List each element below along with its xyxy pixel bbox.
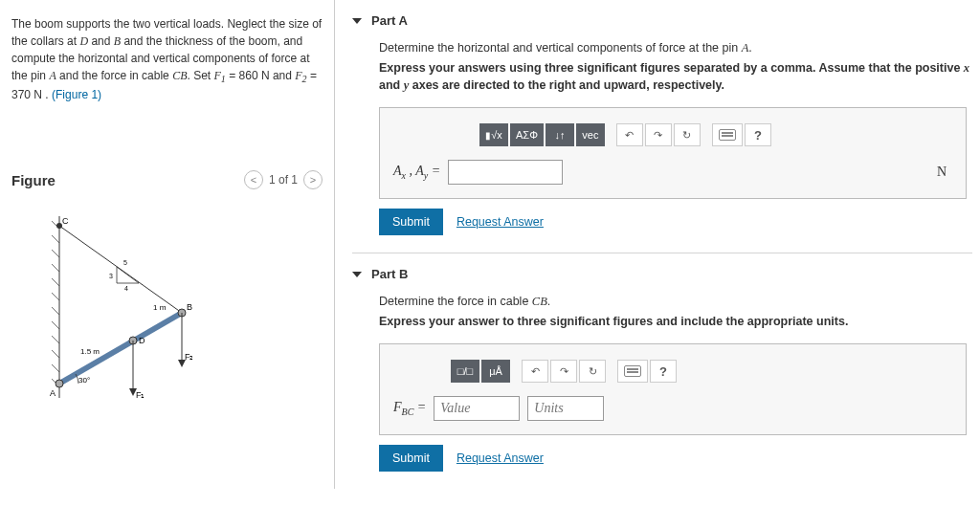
fig-next-button[interactable]: >: [303, 170, 323, 189]
reset-button[interactable]: ↻: [674, 123, 701, 146]
part-b-header[interactable]: Part B: [352, 263, 972, 289]
svg-line-4: [52, 264, 59, 272]
part-b-instruction: Determine the force in cable CB.: [379, 295, 972, 309]
svg-text:1.5 m: 1.5 m: [80, 347, 100, 356]
part-a-header[interactable]: Part A: [352, 10, 972, 35]
keyboard-icon: [719, 129, 736, 141]
reset-button[interactable]: ↻: [579, 360, 606, 383]
pb-eq1: =: [226, 69, 239, 82]
svg-line-11: [52, 364, 59, 372]
pb-v1: 860 N: [239, 69, 270, 82]
part-a-directions: Express your answers using three signifi…: [379, 59, 972, 94]
svg-text:4: 4: [124, 285, 128, 292]
pb-A: A: [49, 69, 56, 82]
svg-text:1 m: 1 m: [153, 303, 167, 312]
svg-line-9: [52, 336, 59, 343]
pb-eq2: =: [307, 69, 317, 82]
figure-diagram: C B D A F₁ F₂ 1 m 1.5 m 30° 5 3 4: [11, 207, 323, 410]
part-a-toolbar: ▮√x ΑΣΦ ↓↑ vec ↶ ↷ ↻ ?: [479, 123, 952, 146]
part-b-request-answer-link[interactable]: Request Answer: [457, 451, 544, 465]
part-a-lhs: Ax , Ay =: [393, 164, 440, 181]
keyboard-button[interactable]: [712, 123, 743, 146]
part-a-value-input[interactable]: [448, 160, 563, 185]
svg-text:C: C: [62, 216, 69, 226]
figure-link[interactable]: (Figure 1): [52, 88, 101, 101]
part-a-submit-button[interactable]: Submit: [379, 209, 443, 235]
pb-and2: and: [270, 69, 296, 82]
pb-t3: and the force in cable: [56, 69, 172, 82]
pb-dot: .: [42, 88, 52, 101]
equation-editor-button[interactable]: ▮√x: [479, 123, 508, 146]
pb-t4: . Set: [187, 69, 213, 82]
caret-down-icon: [352, 272, 362, 277]
greek-letters-button[interactable]: ΑΣΦ: [510, 123, 544, 146]
svg-line-5: [52, 278, 59, 286]
svg-line-7: [52, 307, 59, 315]
part-b-lhs: FBC =: [393, 400, 426, 417]
caret-down-icon: [352, 18, 362, 24]
help-button[interactable]: ?: [745, 123, 771, 146]
svg-line-2: [52, 235, 59, 243]
svg-text:3: 3: [109, 273, 113, 279]
part-a-instruction: Determine the horizontal and vertical co…: [379, 41, 972, 55]
part-b-directions: Express your answer to three significant…: [379, 313, 972, 330]
part-b-submit-button[interactable]: Submit: [379, 445, 443, 472]
svg-line-13: [59, 313, 182, 384]
subscript-button[interactable]: ↓↑: [546, 123, 574, 146]
pb-v2: 370 N: [11, 88, 42, 101]
pb-and: and: [88, 34, 114, 48]
pb-CB: CB: [172, 69, 187, 82]
svg-marker-23: [117, 267, 139, 283]
vector-button[interactable]: vec: [576, 123, 605, 146]
keyboard-button[interactable]: [617, 360, 648, 383]
undo-button[interactable]: ↶: [522, 360, 548, 383]
part-b-toolbar: □/□ μÅ ↶ ↷ ↻ ?: [451, 360, 952, 383]
svg-text:30°: 30°: [78, 376, 90, 385]
part-a-input-row: Ax , Ay = N: [393, 160, 952, 185]
svg-point-15: [56, 380, 63, 387]
part-separator: [352, 253, 972, 253]
part-b-answer-area: □/□ μÅ ↶ ↷ ↻ ? FBC =: [379, 343, 967, 435]
pb-F1: F: [214, 69, 221, 82]
part-a-answer-area: ▮√x ΑΣΦ ↓↑ vec ↶ ↷ ↻ ? Ax , Ay = N: [379, 107, 967, 199]
part-a-request-answer-link[interactable]: Request Answer: [457, 215, 544, 229]
fig-nav-label: 1 of 1: [269, 173, 298, 187]
svg-text:A: A: [50, 388, 56, 398]
fraction-button[interactable]: □/□: [451, 360, 479, 383]
svg-text:B: B: [187, 302, 192, 312]
fig-prev-button[interactable]: <: [244, 170, 263, 189]
svg-line-6: [52, 293, 59, 300]
part-a-title: Part A: [371, 13, 408, 28]
pb-B: B: [114, 34, 121, 48]
part-a-unit: N: [937, 165, 952, 180]
help-button[interactable]: ?: [650, 360, 677, 383]
svg-text:F₂: F₂: [185, 352, 194, 362]
undo-button[interactable]: ↶: [616, 123, 643, 146]
svg-text:D: D: [139, 336, 145, 345]
special-chars-button[interactable]: μÅ: [481, 360, 510, 383]
part-b-input-row: FBC =: [393, 396, 952, 421]
svg-text:F₁: F₁: [136, 390, 145, 400]
part-b-title: Part B: [371, 267, 408, 281]
svg-line-3: [52, 250, 59, 257]
svg-line-10: [52, 350, 59, 358]
figure-nav: < 1 of 1 >: [244, 170, 323, 189]
svg-line-8: [52, 321, 59, 329]
keyboard-icon: [624, 365, 641, 377]
redo-button[interactable]: ↷: [550, 360, 577, 383]
part-b-value-input[interactable]: [434, 396, 520, 421]
part-b-units-input[interactable]: [527, 396, 604, 421]
pb-F2: F: [295, 69, 301, 82]
redo-button[interactable]: ↷: [645, 123, 672, 146]
svg-text:5: 5: [123, 259, 127, 266]
problem-statement: The boom supports the two vertical loads…: [11, 11, 323, 113]
pb-D: D: [79, 34, 88, 48]
figure-title: Figure: [11, 172, 56, 188]
